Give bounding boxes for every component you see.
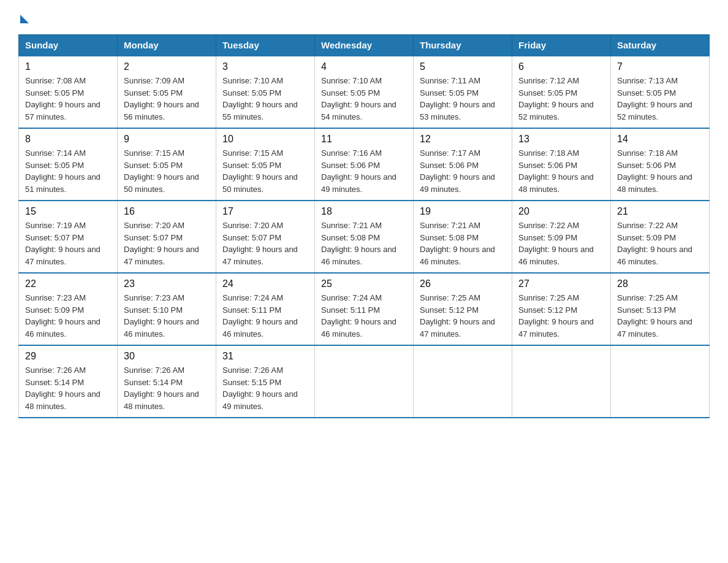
calendar-header-monday: Monday	[118, 35, 216, 56]
day-info: Sunrise: 7:24 AM Sunset: 5:11 PM Dayligh…	[321, 292, 407, 340]
day-number: 20	[518, 206, 604, 217]
day-number: 19	[420, 206, 506, 217]
day-info: Sunrise: 7:22 AM Sunset: 5:09 PM Dayligh…	[617, 220, 703, 267]
calendar-week-row-2: 8 Sunrise: 7:14 AM Sunset: 5:05 PM Dayli…	[19, 128, 710, 201]
day-number: 21	[617, 206, 703, 217]
calendar-cell: 28 Sunrise: 7:25 AM Sunset: 5:13 PM Dayl…	[611, 273, 710, 345]
day-info: Sunrise: 7:13 AM Sunset: 5:05 PM Dayligh…	[617, 75, 703, 123]
logo	[18, 12, 29, 23]
calendar-cell: 11 Sunrise: 7:16 AM Sunset: 5:06 PM Dayl…	[315, 128, 414, 201]
calendar-cell: 29 Sunrise: 7:26 AM Sunset: 5:14 PM Dayl…	[19, 345, 118, 418]
day-number: 28	[617, 278, 703, 289]
day-number: 1	[25, 61, 111, 72]
calendar-cell: 5 Sunrise: 7:11 AM Sunset: 5:05 PM Dayli…	[414, 56, 512, 128]
day-number: 18	[321, 206, 407, 217]
calendar-cell: 8 Sunrise: 7:14 AM Sunset: 5:05 PM Dayli…	[19, 128, 118, 201]
calendar-cell: 16 Sunrise: 7:20 AM Sunset: 5:07 PM Dayl…	[118, 201, 216, 273]
calendar-cell	[315, 345, 414, 418]
calendar-week-row-4: 22 Sunrise: 7:23 AM Sunset: 5:09 PM Dayl…	[19, 273, 710, 345]
day-number: 17	[222, 206, 308, 217]
day-number: 10	[222, 134, 308, 145]
day-info: Sunrise: 7:25 AM Sunset: 5:13 PM Dayligh…	[617, 292, 703, 340]
calendar-week-row-3: 15 Sunrise: 7:19 AM Sunset: 5:07 PM Dayl…	[19, 201, 710, 273]
calendar-header-friday: Friday	[512, 35, 611, 56]
day-info: Sunrise: 7:15 AM Sunset: 5:05 PM Dayligh…	[222, 147, 308, 195]
day-number: 9	[124, 134, 210, 145]
calendar-cell: 1 Sunrise: 7:08 AM Sunset: 5:05 PM Dayli…	[19, 56, 118, 128]
day-info: Sunrise: 7:18 AM Sunset: 5:06 PM Dayligh…	[518, 147, 604, 195]
day-info: Sunrise: 7:26 AM Sunset: 5:14 PM Dayligh…	[124, 364, 210, 412]
calendar-cell: 20 Sunrise: 7:22 AM Sunset: 5:09 PM Dayl…	[512, 201, 611, 273]
calendar-cell: 22 Sunrise: 7:23 AM Sunset: 5:09 PM Dayl…	[19, 273, 118, 345]
day-info: Sunrise: 7:20 AM Sunset: 5:07 PM Dayligh…	[222, 220, 308, 267]
day-info: Sunrise: 7:19 AM Sunset: 5:07 PM Dayligh…	[25, 220, 111, 267]
day-info: Sunrise: 7:26 AM Sunset: 5:14 PM Dayligh…	[25, 364, 111, 412]
calendar-cell: 12 Sunrise: 7:17 AM Sunset: 5:06 PM Dayl…	[414, 128, 512, 201]
day-number: 15	[25, 206, 111, 217]
calendar-table: SundayMondayTuesdayWednesdayThursdayFrid…	[18, 34, 710, 418]
day-info: Sunrise: 7:10 AM Sunset: 5:05 PM Dayligh…	[222, 75, 308, 123]
day-number: 30	[124, 351, 210, 362]
day-number: 8	[25, 134, 111, 145]
day-info: Sunrise: 7:23 AM Sunset: 5:10 PM Dayligh…	[124, 292, 210, 340]
calendar-cell: 14 Sunrise: 7:18 AM Sunset: 5:06 PM Dayl…	[611, 128, 710, 201]
day-number: 2	[124, 61, 210, 72]
calendar-header-tuesday: Tuesday	[216, 35, 315, 56]
calendar-cell: 17 Sunrise: 7:20 AM Sunset: 5:07 PM Dayl…	[216, 201, 315, 273]
day-number: 3	[222, 61, 308, 72]
day-info: Sunrise: 7:12 AM Sunset: 5:05 PM Dayligh…	[518, 75, 604, 123]
day-number: 12	[420, 134, 506, 145]
day-number: 31	[222, 351, 308, 362]
day-info: Sunrise: 7:26 AM Sunset: 5:15 PM Dayligh…	[222, 364, 308, 412]
day-number: 26	[420, 278, 506, 289]
calendar-cell: 7 Sunrise: 7:13 AM Sunset: 5:05 PM Dayli…	[611, 56, 710, 128]
calendar-header-row: SundayMondayTuesdayWednesdayThursdayFrid…	[19, 35, 710, 56]
day-info: Sunrise: 7:10 AM Sunset: 5:05 PM Dayligh…	[321, 75, 407, 123]
day-number: 5	[420, 61, 506, 72]
calendar-cell: 26 Sunrise: 7:25 AM Sunset: 5:12 PM Dayl…	[414, 273, 512, 345]
day-info: Sunrise: 7:18 AM Sunset: 5:06 PM Dayligh…	[617, 147, 703, 195]
day-number: 25	[321, 278, 407, 289]
day-number: 4	[321, 61, 407, 72]
day-number: 27	[518, 278, 604, 289]
calendar-cell: 21 Sunrise: 7:22 AM Sunset: 5:09 PM Dayl…	[611, 201, 710, 273]
page-header	[18, 12, 710, 23]
day-info: Sunrise: 7:09 AM Sunset: 5:05 PM Dayligh…	[124, 75, 210, 123]
day-number: 24	[222, 278, 308, 289]
calendar-cell: 13 Sunrise: 7:18 AM Sunset: 5:06 PM Dayl…	[512, 128, 611, 201]
day-info: Sunrise: 7:17 AM Sunset: 5:06 PM Dayligh…	[420, 147, 506, 195]
day-number: 14	[617, 134, 703, 145]
calendar-header-saturday: Saturday	[611, 35, 710, 56]
day-number: 29	[25, 351, 111, 362]
calendar-cell: 27 Sunrise: 7:25 AM Sunset: 5:12 PM Dayl…	[512, 273, 611, 345]
calendar-week-row-5: 29 Sunrise: 7:26 AM Sunset: 5:14 PM Dayl…	[19, 345, 710, 418]
day-number: 7	[617, 61, 703, 72]
day-info: Sunrise: 7:21 AM Sunset: 5:08 PM Dayligh…	[321, 220, 407, 267]
calendar-week-row-1: 1 Sunrise: 7:08 AM Sunset: 5:05 PM Dayli…	[19, 56, 710, 128]
calendar-cell: 9 Sunrise: 7:15 AM Sunset: 5:05 PM Dayli…	[118, 128, 216, 201]
day-info: Sunrise: 7:20 AM Sunset: 5:07 PM Dayligh…	[124, 220, 210, 267]
day-info: Sunrise: 7:23 AM Sunset: 5:09 PM Dayligh…	[25, 292, 111, 340]
day-info: Sunrise: 7:21 AM Sunset: 5:08 PM Dayligh…	[420, 220, 506, 267]
calendar-cell: 4 Sunrise: 7:10 AM Sunset: 5:05 PM Dayli…	[315, 56, 414, 128]
calendar-cell: 19 Sunrise: 7:21 AM Sunset: 5:08 PM Dayl…	[414, 201, 512, 273]
day-number: 6	[518, 61, 604, 72]
calendar-cell	[611, 345, 710, 418]
calendar-cell: 3 Sunrise: 7:10 AM Sunset: 5:05 PM Dayli…	[216, 56, 315, 128]
calendar-cell: 31 Sunrise: 7:26 AM Sunset: 5:15 PM Dayl…	[216, 345, 315, 418]
day-info: Sunrise: 7:25 AM Sunset: 5:12 PM Dayligh…	[420, 292, 506, 340]
day-info: Sunrise: 7:14 AM Sunset: 5:05 PM Dayligh…	[25, 147, 111, 195]
day-info: Sunrise: 7:08 AM Sunset: 5:05 PM Dayligh…	[25, 75, 111, 123]
calendar-cell: 23 Sunrise: 7:23 AM Sunset: 5:10 PM Dayl…	[118, 273, 216, 345]
day-number: 16	[124, 206, 210, 217]
calendar-cell: 2 Sunrise: 7:09 AM Sunset: 5:05 PM Dayli…	[118, 56, 216, 128]
calendar-cell: 25 Sunrise: 7:24 AM Sunset: 5:11 PM Dayl…	[315, 273, 414, 345]
day-info: Sunrise: 7:15 AM Sunset: 5:05 PM Dayligh…	[124, 147, 210, 195]
calendar-header-wednesday: Wednesday	[315, 35, 414, 56]
calendar-cell	[512, 345, 611, 418]
day-number: 23	[124, 278, 210, 289]
day-number: 11	[321, 134, 407, 145]
calendar-header-sunday: Sunday	[19, 35, 118, 56]
logo-arrow-icon	[20, 15, 29, 23]
calendar-cell: 10 Sunrise: 7:15 AM Sunset: 5:05 PM Dayl…	[216, 128, 315, 201]
